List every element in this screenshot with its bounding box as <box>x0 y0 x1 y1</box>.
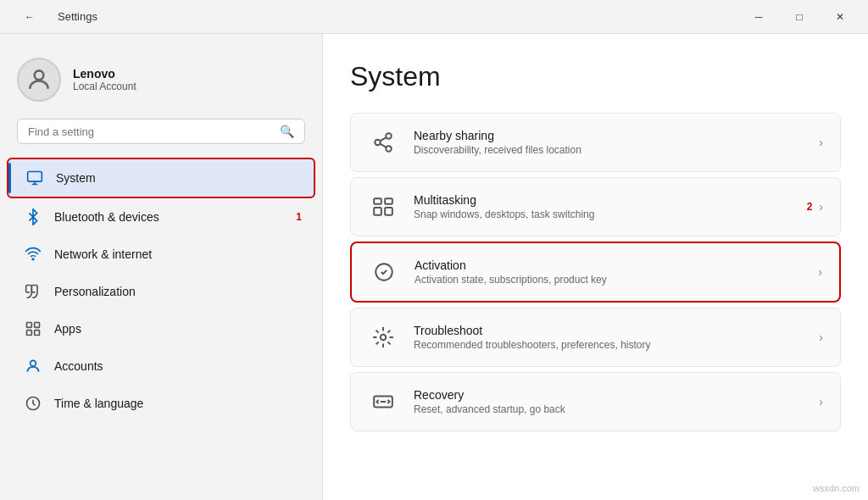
svg-rect-3 <box>27 323 32 328</box>
setting-subtitle-activation: Activation state, subscriptions, product… <box>415 274 607 286</box>
search-input[interactable] <box>28 125 280 138</box>
setting-item-nearby-sharing[interactable]: Nearby sharing Discoverability, received… <box>350 113 841 172</box>
sidebar-item-label-accounts: Accounts <box>54 359 103 373</box>
chevron-icon-multitasking: › <box>819 200 823 214</box>
accounts-icon <box>24 357 42 375</box>
svg-rect-6 <box>35 331 40 336</box>
setting-subtitle-nearby: Discoverability, received files location <box>414 144 581 156</box>
setting-text-activation: Activation Activation state, subscriptio… <box>415 258 607 286</box>
svg-point-9 <box>386 133 392 139</box>
watermark: wsxdn.com <box>813 483 860 493</box>
setting-item-activation[interactable]: Activation Activation state, subscriptio… <box>350 242 841 303</box>
svg-rect-16 <box>374 208 381 215</box>
setting-title-activation: Activation <box>415 258 607 272</box>
wifi-icon <box>24 245 42 264</box>
user-info: Lenovo Local Account <box>73 67 136 92</box>
apps-icon <box>24 319 42 338</box>
user-icon <box>25 66 53 93</box>
setting-text-troubleshoot: Troubleshoot Recommended troubleshooters… <box>414 324 650 351</box>
search-box[interactable]: 🔍 <box>17 119 305 144</box>
bluetooth-icon <box>24 208 42 226</box>
chevron-icon-recovery: › <box>819 395 823 408</box>
setting-subtitle-multitasking: Snap windows, desktops, task switching <box>414 208 594 220</box>
svg-rect-17 <box>385 208 392 215</box>
setting-left-troubleshoot: Troubleshoot Recommended troubleshooters… <box>368 322 650 353</box>
user-profile[interactable]: Lenovo Local Account <box>0 42 322 119</box>
sidebar-item-accounts[interactable]: Accounts <box>7 347 315 385</box>
close-button[interactable]: ✕ <box>821 3 860 31</box>
svg-point-0 <box>35 70 44 80</box>
setting-left-activation: Activation Activation state, subscriptio… <box>369 257 607 287</box>
monitor-icon <box>25 169 44 187</box>
svg-rect-14 <box>374 198 381 204</box>
setting-item-multitasking[interactable]: Multitasking Snap windows, desktops, tas… <box>350 177 841 236</box>
minimize-button[interactable]: ─ <box>739 3 778 31</box>
svg-line-13 <box>380 137 386 141</box>
multitask-icon <box>368 192 398 222</box>
title-bar-left: ← Settings <box>10 3 97 31</box>
setting-left-nearby: Nearby sharing Discoverability, received… <box>368 127 581 158</box>
back-button[interactable]: ← <box>10 3 49 31</box>
setting-title-nearby: Nearby sharing <box>414 129 581 142</box>
user-type: Local Account <box>73 81 136 92</box>
sidebar-item-apps[interactable]: Apps <box>7 310 315 347</box>
svg-point-19 <box>381 335 387 341</box>
setting-item-troubleshoot[interactable]: Troubleshoot Recommended troubleshooters… <box>350 308 841 367</box>
sidebar-item-label-time: Time & language <box>54 397 143 410</box>
sidebar-item-label-system: System <box>56 171 96 185</box>
chevron-icon-nearby: › <box>819 136 823 149</box>
svg-point-2 <box>32 258 34 260</box>
share-icon <box>368 127 398 158</box>
svg-line-12 <box>380 144 386 147</box>
sidebar-item-label-bluetooth: Bluetooth & devices <box>54 210 159 224</box>
svg-rect-4 <box>35 323 40 328</box>
bluetooth-badge: 1 <box>296 211 302 223</box>
sidebar-item-label-personalization: Personalization <box>54 285 136 298</box>
sidebar-item-label-network: Network & internet <box>54 247 152 261</box>
setting-text-recovery: Recovery Reset, advanced startup, go bac… <box>414 388 565 415</box>
setting-title-multitasking: Multitasking <box>414 193 594 207</box>
chevron-icon-activation: › <box>818 265 822 279</box>
user-name: Lenovo <box>73 67 136 81</box>
sidebar-item-system[interactable]: System <box>7 158 315 198</box>
svg-rect-5 <box>27 331 32 336</box>
search-icon: 🔍 <box>280 125 294 138</box>
badge-2-label: 2 <box>807 201 813 213</box>
setting-title-troubleshoot: Troubleshoot <box>414 324 650 337</box>
setting-subtitle-recovery: Reset, advanced startup, go back <box>414 403 565 415</box>
sidebar-item-bluetooth[interactable]: Bluetooth & devices 1 <box>7 198 315 236</box>
sidebar: Lenovo Local Account 🔍 System <box>0 34 322 500</box>
multitasking-right: 2 › <box>807 200 823 214</box>
setting-title-recovery: Recovery <box>414 388 565 402</box>
maximize-button[interactable]: □ <box>780 3 819 31</box>
time-icon <box>24 394 42 413</box>
app-title: Settings <box>58 10 97 23</box>
sidebar-item-personalization[interactable]: Personalization <box>7 273 315 310</box>
title-bar: ← Settings ─ □ ✕ <box>0 0 868 34</box>
setting-text-nearby: Nearby sharing Discoverability, received… <box>414 129 581 156</box>
sidebar-item-time[interactable]: Time & language <box>7 385 315 422</box>
setting-text-multitasking: Multitasking Snap windows, desktops, tas… <box>414 193 594 220</box>
main-layout: Lenovo Local Account 🔍 System <box>0 34 868 500</box>
svg-point-7 <box>31 360 36 366</box>
svg-point-10 <box>375 140 381 146</box>
sidebar-item-label-apps: Apps <box>54 322 81 336</box>
svg-point-11 <box>386 146 392 152</box>
avatar <box>17 58 61 102</box>
brush-icon <box>24 282 42 301</box>
title-bar-controls: ─ □ ✕ <box>739 3 860 31</box>
svg-rect-1 <box>28 172 42 182</box>
setting-left-recovery: Recovery Reset, advanced startup, go bac… <box>368 386 565 417</box>
setting-left-multitasking: Multitasking Snap windows, desktops, tas… <box>368 192 594 222</box>
svg-rect-15 <box>385 198 392 204</box>
troubleshoot-icon <box>368 322 398 353</box>
recovery-icon <box>368 386 398 417</box>
setting-subtitle-troubleshoot: Recommended troubleshooters, preferences… <box>414 339 650 351</box>
sidebar-item-network[interactable]: Network & internet <box>7 236 315 273</box>
page-title: System <box>350 61 841 92</box>
setting-item-recovery[interactable]: Recovery Reset, advanced startup, go bac… <box>350 372 841 431</box>
chevron-icon-troubleshoot: › <box>819 331 823 344</box>
activation-icon <box>369 257 399 287</box>
content-area: System Nearby sharing Discoverability, r… <box>322 34 868 500</box>
